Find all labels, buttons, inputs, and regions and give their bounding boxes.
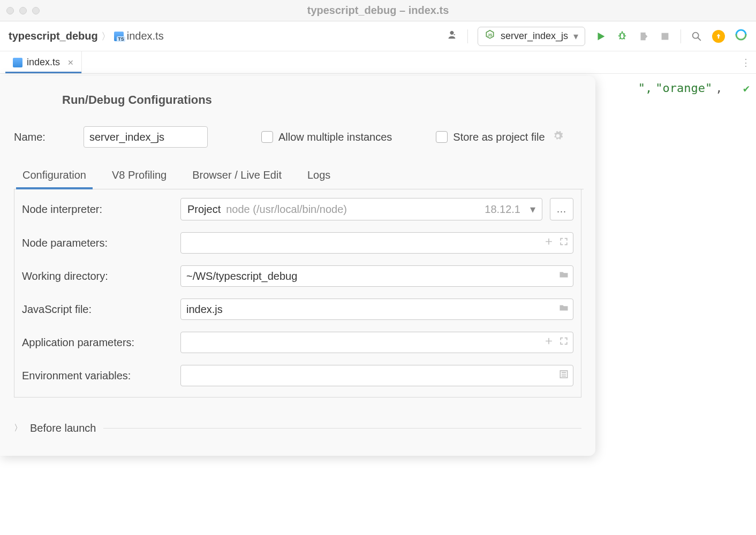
chevron-down-icon: ▾ [530,203,535,216]
coverage-button[interactable] [638,30,649,42]
chevron-right-icon: 〉 [101,30,111,43]
code-comma: , [715,81,722,95]
inspection-ok-icon[interactable]: ✔ [743,82,750,95]
titlebar: typescript_debug – index.ts [0,0,756,21]
chevron-down-icon: ▾ [573,30,578,42]
node-interpreter-select[interactable]: Project node (/usr/local/bin/node) 18.12… [180,198,542,220]
code-with-me-icon[interactable] [735,28,747,44]
nodejs-icon: JS [485,29,495,43]
node-parameters-label: Node parameters: [22,237,180,249]
app-parameters-input[interactable] [180,332,573,353]
maximize-window-icon[interactable] [32,7,40,14]
tab-browser-live-edit[interactable]: Browser / Live Edit [190,165,284,187]
node-parameters-row: Node parameters: [22,232,573,254]
name-label: Name: [14,131,72,143]
app-parameters-label: Application parameters: [22,337,180,349]
interpreter-scope: Project [187,203,221,216]
tab-v8-profiling[interactable]: V8 Profiling [110,165,169,187]
svg-point-2 [693,32,699,38]
debug-button[interactable] [616,30,628,42]
interpreter-version: 18.12.1 [485,203,520,216]
code-string: "orange" [655,81,712,95]
ts-file-icon [114,32,124,41]
divider [103,428,581,429]
run-button[interactable] [595,30,607,42]
stop-button [659,30,671,42]
before-launch-section[interactable]: 〉 Before launch [14,422,581,434]
node-parameters-input[interactable] [180,232,573,254]
minimize-window-icon[interactable] [19,7,27,14]
breadcrumb-project[interactable]: typescript_debug [9,30,98,42]
javascript-file-input[interactable] [180,299,573,320]
breadcrumb: typescript_debug 〉 index.ts [9,30,164,43]
tab-label: index.ts [27,57,60,68]
separator [681,29,681,43]
breadcrumb-file[interactable]: index.ts [127,30,164,42]
window-title: typescript_debug – index.ts [307,4,449,17]
config-name-input[interactable] [84,126,208,148]
dialog-title: Run/Debug Configurations [62,93,584,107]
collaborators-icon[interactable] [446,29,458,43]
tab-configuration[interactable]: Configuration [20,165,88,187]
search-icon[interactable] [691,30,702,42]
node-interpreter-label: Node interpreter: [22,203,180,216]
name-row: Name: Allow multiple instances Store as … [14,126,584,148]
list-icon[interactable] [558,369,569,383]
separator [467,29,468,43]
app-parameters-row: Application parameters: [22,332,573,353]
tab-index-ts[interactable]: index.ts ✕ [5,51,82,73]
allow-multiple-label: Allow multiple instances [278,131,392,143]
chevron-right-icon: 〉 [14,423,22,434]
store-project-label: Store as project file [453,131,545,143]
editor-visible-fragment: ", "orange" , ✔ [638,81,750,95]
expand-icon[interactable] [558,236,569,250]
code-string: ", [638,81,653,95]
close-tab-icon[interactable]: ✕ [67,58,74,67]
env-vars-input[interactable] [180,365,573,386]
run-debug-config-dialog: Run/Debug Configurations Name: Allow mul… [0,76,595,456]
interpreter-browse-button[interactable]: ... [550,198,573,220]
allow-multiple-checkbox[interactable] [261,131,273,143]
before-launch-label: Before launch [30,422,96,434]
folder-icon[interactable] [558,303,569,316]
env-vars-label: Environment variables: [22,370,180,382]
dialog-tabs: Configuration V8 Profiling Browser / Liv… [14,165,584,189]
node-interpreter-row: Node interpreter: Project node (/usr/loc… [22,198,573,220]
update-available-icon[interactable] [712,30,725,43]
gear-icon[interactable] [550,131,563,144]
working-directory-row: Working directory: [22,265,573,287]
svg-text:JS: JS [487,33,492,37]
expand-icon[interactable] [558,336,569,349]
plus-icon[interactable] [543,236,554,250]
window-controls [6,7,40,14]
editor-tabs: index.ts ✕ ⋮ [0,51,756,74]
javascript-file-row: JavaScript file: [22,299,573,320]
javascript-file-label: JavaScript file: [22,303,180,316]
tab-overflow-icon[interactable]: ⋮ [741,51,756,73]
allow-multiple-group[interactable]: Allow multiple instances [261,131,392,143]
env-vars-row: Environment variables: [22,365,573,386]
close-window-icon[interactable] [6,7,14,14]
ts-file-icon [13,58,22,67]
folder-icon[interactable] [558,270,569,283]
store-project-group[interactable]: Store as project file [436,131,563,144]
interpreter-path: node (/usr/local/bin/node) [226,203,479,216]
configuration-panel: Node interpreter: Project node (/usr/loc… [14,189,581,398]
svg-rect-1 [662,33,669,40]
toolbar-right: JS server_index_js ▾ [446,27,747,46]
plus-icon[interactable] [543,336,554,349]
working-directory-label: Working directory: [22,270,180,282]
run-config-selector[interactable]: JS server_index_js ▾ [478,27,585,46]
run-config-name: server_index_js [501,30,568,42]
store-project-checkbox[interactable] [436,131,448,143]
main-toolbar: typescript_debug 〉 index.ts JS server_in… [0,21,756,51]
working-directory-input[interactable] [180,265,573,287]
tab-logs[interactable]: Logs [305,165,332,187]
